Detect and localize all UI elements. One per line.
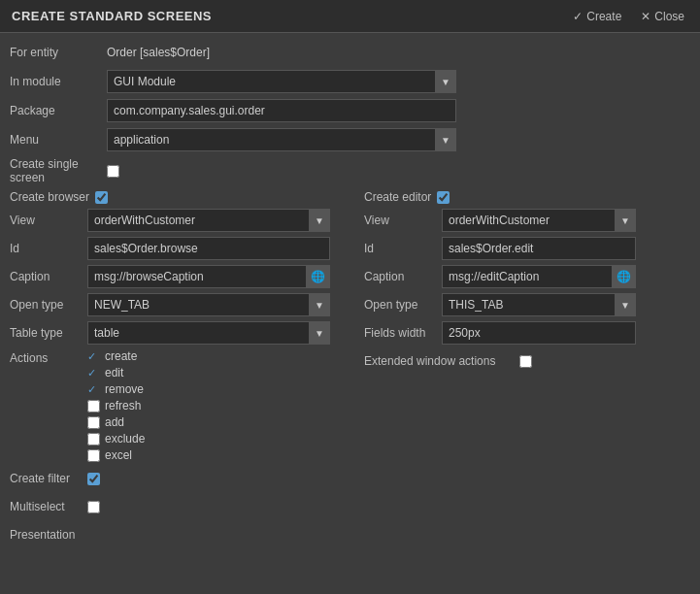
close-button[interactable]: ✕ Close — [637, 8, 688, 25]
package-label: Package — [10, 104, 107, 117]
action-excel-label: excel — [105, 448, 132, 462]
action-edit-label: edit — [105, 366, 123, 380]
action-exclude-checkbox[interactable] — [87, 433, 100, 446]
extended-window-row: Extended window actions — [364, 349, 690, 373]
browser-caption-row: Caption 🌐 — [10, 265, 354, 288]
action-excel: excel — [87, 448, 145, 462]
action-remove-label: remove — [105, 382, 144, 396]
editor-enabled-checkbox[interactable] — [437, 191, 450, 204]
editor-section: Create editor View orderWithCustomer ▼ I… — [364, 190, 690, 551]
browser-open-type-label: Open type — [10, 298, 87, 312]
create-button[interactable]: ✓ Create — [569, 8, 625, 25]
action-refresh-label: refresh — [105, 399, 141, 412]
editor-header: Create editor — [364, 190, 690, 204]
presentation-label: Presentation — [10, 528, 87, 542]
editor-fields-width-input[interactable] — [442, 321, 636, 345]
editor-fields-width-row: Fields width — [364, 321, 690, 345]
browser-section: Create browser View orderWithCustomer ▼ … — [10, 190, 354, 551]
action-create-check: ✓ — [87, 350, 100, 363]
editor-caption-label: Caption — [364, 270, 442, 283]
browser-table-type-label: Table type — [10, 326, 87, 340]
editor-section-label: Create editor — [364, 190, 431, 204]
action-create-label: create — [105, 349, 137, 363]
browser-view-row: View orderWithCustomer ▼ — [10, 209, 354, 232]
package-row: Package — [10, 99, 690, 122]
browser-id-label: Id — [10, 242, 87, 255]
action-refresh-checkbox[interactable] — [87, 400, 100, 412]
browser-header: Create browser — [10, 190, 354, 204]
create-filter-checkbox[interactable] — [87, 473, 100, 485]
menu-select-wrapper: application ▼ — [107, 128, 456, 151]
multiselect-row: Multiselect — [10, 495, 354, 518]
create-filter-row: Create filter — [10, 467, 354, 490]
actions-section: Actions ✓ create ✓ edit ✓ remove — [10, 349, 354, 462]
two-col-section: Create browser View orderWithCustomer ▼ … — [10, 190, 690, 551]
editor-view-row: View orderWithCustomer ▼ — [364, 209, 690, 232]
browser-caption-input[interactable] — [87, 265, 307, 288]
editor-caption-input[interactable] — [442, 265, 613, 288]
browser-table-type-row: Table type table ▼ — [10, 321, 354, 345]
editor-caption-wrapper: 🌐 — [442, 265, 636, 288]
editor-view-wrapper: orderWithCustomer ▼ — [442, 209, 636, 232]
browser-section-label: Create browser — [10, 190, 89, 204]
extended-window-checkbox[interactable] — [519, 355, 532, 368]
action-excel-checkbox[interactable] — [87, 449, 100, 462]
menu-select[interactable]: application — [107, 128, 456, 151]
browser-id-row: Id — [10, 237, 354, 260]
browser-open-type-select[interactable]: NEW_TAB — [87, 293, 330, 316]
editor-open-type-select[interactable]: THIS_TAB — [442, 293, 636, 316]
in-module-row: In module GUI Module ▼ — [10, 70, 690, 93]
menu-row: Menu application ▼ — [10, 128, 690, 151]
action-exclude: exclude — [87, 432, 145, 446]
checkmark-icon: ✓ — [573, 10, 583, 23]
actions-label: Actions — [10, 349, 87, 365]
editor-caption-row: Caption 🌐 — [364, 265, 690, 288]
editor-fields-width-label: Fields width — [364, 326, 442, 340]
editor-id-label: Id — [364, 242, 442, 255]
editor-open-type-wrapper: THIS_TAB ▼ — [442, 293, 636, 316]
editor-open-type-label: Open type — [364, 298, 442, 312]
in-module-select[interactable]: GUI Module — [107, 70, 456, 93]
browser-open-type-wrapper: NEW_TAB ▼ — [87, 293, 330, 316]
editor-view-select[interactable]: orderWithCustomer — [442, 209, 636, 232]
dialog-header: CREATE STANDARD SCREENS ✓ Create ✕ Close — [0, 0, 700, 33]
editor-id-input[interactable] — [442, 237, 636, 260]
create-single-screen-row: Create single screen — [10, 157, 690, 184]
action-remove-check: ✓ — [87, 383, 100, 396]
action-refresh: refresh — [87, 399, 145, 412]
action-edit: ✓ edit — [87, 366, 145, 380]
for-entity-value: Order [sales$Order] — [107, 46, 210, 59]
in-module-label: In module — [10, 75, 107, 88]
editor-open-type-row: Open type THIS_TAB ▼ — [364, 293, 690, 316]
browser-table-type-select[interactable]: table — [87, 321, 330, 345]
action-edit-check: ✓ — [87, 367, 100, 380]
browser-enabled-checkbox[interactable] — [95, 191, 108, 204]
multiselect-checkbox[interactable] — [87, 501, 100, 513]
editor-view-label: View — [364, 214, 442, 227]
action-add-checkbox[interactable] — [87, 416, 100, 429]
dialog-title: CREATE STANDARD SCREENS — [12, 9, 212, 23]
browser-table-type-wrapper: table ▼ — [87, 321, 330, 345]
in-module-select-wrapper: GUI Module ▼ — [107, 70, 456, 93]
create-single-screen-checkbox[interactable] — [107, 165, 119, 178]
for-entity-row: For entity Order [sales$Order] — [10, 41, 690, 64]
browser-caption-wrapper: 🌐 — [87, 265, 330, 288]
browser-open-type-row: Open type NEW_TAB ▼ — [10, 293, 354, 316]
browser-caption-globe-icon[interactable]: 🌐 — [307, 265, 330, 288]
action-remove: ✓ remove — [87, 382, 145, 396]
close-icon: ✕ — [641, 10, 650, 23]
action-exclude-label: exclude — [105, 432, 145, 446]
multiselect-label: Multiselect — [10, 500, 87, 513]
action-add-label: add — [105, 415, 124, 429]
browser-view-select[interactable]: orderWithCustomer — [87, 209, 330, 232]
browser-caption-label: Caption — [10, 270, 87, 283]
actions-list: ✓ create ✓ edit ✓ remove refresh — [87, 349, 145, 462]
editor-caption-globe-icon[interactable]: 🌐 — [613, 265, 636, 288]
presentation-row: Presentation — [10, 523, 354, 546]
package-input[interactable] — [107, 99, 456, 122]
menu-label: Menu — [10, 133, 107, 147]
action-create: ✓ create — [87, 349, 145, 363]
action-add: add — [87, 415, 145, 429]
browser-id-input[interactable] — [87, 237, 330, 260]
for-entity-label: For entity — [10, 46, 107, 59]
